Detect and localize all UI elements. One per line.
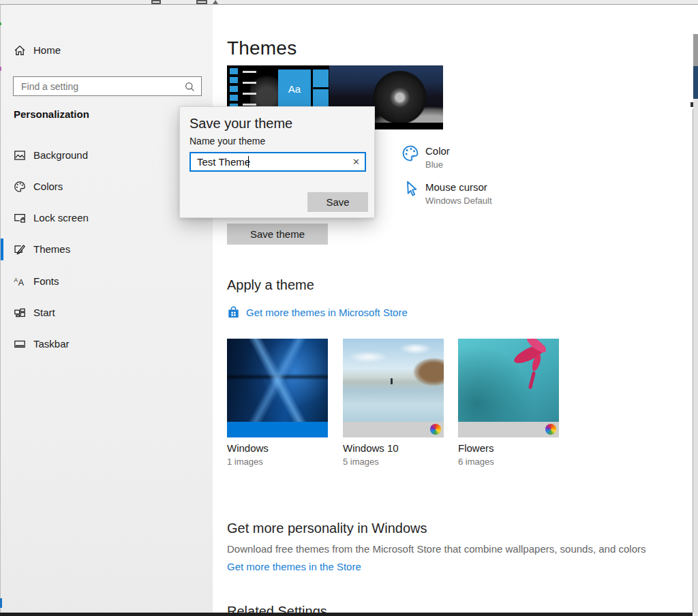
dialog-title: Save your theme bbox=[189, 116, 292, 132]
sidebar-item-label: Themes bbox=[33, 238, 70, 260]
sidebar-item-label: Colors bbox=[33, 176, 63, 198]
apply-theme-heading: Apply a theme bbox=[227, 277, 314, 293]
theme-thumbnail bbox=[343, 339, 444, 422]
color-palette-icon bbox=[401, 144, 419, 162]
sidebar-item-label: Start bbox=[33, 302, 55, 324]
theme-card-windows[interactable]: Windows 1 images bbox=[227, 339, 328, 467]
screen-edge-right bbox=[693, 34, 698, 66]
page-title: Themes bbox=[227, 37, 297, 59]
theme-image-count: 6 images bbox=[458, 457, 559, 467]
screen-edge-fragment bbox=[196, 0, 207, 4]
theme-name: Windows bbox=[227, 442, 328, 454]
screen-edge-fragment bbox=[151, 0, 161, 4]
sidebar-item-fonts[interactable]: AA Fonts bbox=[1, 271, 213, 292]
preview-tile bbox=[313, 89, 329, 108]
save-theme-dialog: Save your theme Name your theme ✕ Save bbox=[179, 106, 375, 218]
selected-item-indicator bbox=[1, 238, 3, 260]
screen-edge-bottom bbox=[0, 613, 693, 616]
scrollbar-track[interactable] bbox=[693, 99, 698, 616]
search-icon[interactable] bbox=[185, 82, 195, 92]
theme-card-strip bbox=[343, 422, 444, 437]
current-cursor-value: Windows Default bbox=[425, 196, 492, 206]
theme-image-count: 5 images bbox=[343, 457, 444, 467]
personality-heading: Get more personality in Windows bbox=[227, 521, 427, 536]
scrollbar-mark bbox=[691, 102, 693, 107]
taskbar-icon bbox=[14, 338, 26, 350]
sidebar-item-themes[interactable]: Themes bbox=[1, 238, 213, 260]
theme-image-count: 1 images bbox=[227, 457, 328, 467]
search-input[interactable] bbox=[14, 77, 201, 95]
start-icon bbox=[14, 307, 26, 319]
sidebar-item-taskbar[interactable]: Taskbar bbox=[1, 333, 213, 355]
screen-edge-fragment bbox=[0, 22, 1, 25]
get-more-themes-store-link[interactable]: Get more themes in Microsoft Store bbox=[227, 306, 408, 319]
theme-card-strip bbox=[227, 422, 328, 437]
theme-name-input[interactable] bbox=[191, 153, 365, 170]
screen-edge-top bbox=[0, 0, 698, 5]
svg-text:A: A bbox=[14, 277, 18, 283]
screen-edge-fragment bbox=[213, 0, 218, 4]
scrollbar[interactable] bbox=[693, 109, 693, 613]
screen-edge-fragment bbox=[0, 598, 2, 608]
current-color-value: Blue bbox=[425, 159, 443, 170]
sidebar-item-label: Home bbox=[33, 40, 61, 61]
lock-screen-icon bbox=[14, 212, 26, 224]
fonts-icon: AA bbox=[14, 275, 26, 288]
microsoft-store-icon bbox=[227, 306, 240, 319]
sidebar-item-home[interactable]: Home bbox=[1, 40, 213, 61]
preview-aa-tile: Aa bbox=[278, 70, 311, 108]
home-icon bbox=[14, 44, 26, 57]
sidebar-item-label: Fonts bbox=[33, 271, 59, 292]
personality-description: Download free themes from the Microsoft … bbox=[227, 543, 646, 555]
thumbnail-detail bbox=[391, 378, 393, 384]
clear-input-icon[interactable]: ✕ bbox=[352, 157, 360, 167]
sidebar-item-label: Lock screen bbox=[33, 207, 89, 229]
theme-thumbnail bbox=[458, 339, 559, 422]
colors-icon bbox=[14, 181, 26, 193]
screen-edge-fragment bbox=[0, 67, 1, 71]
get-more-themes-store-link-2[interactable]: Get more themes in the Store bbox=[227, 561, 361, 572]
theme-name-field: ✕ bbox=[189, 152, 366, 172]
sidebar-item-label: Background bbox=[33, 144, 88, 166]
theme-card-strip bbox=[458, 422, 559, 437]
save-theme-button[interactable]: Save theme bbox=[227, 224, 328, 245]
theme-card-windows-10[interactable]: Windows 10 5 images bbox=[343, 339, 444, 467]
background-icon bbox=[14, 149, 26, 161]
current-cursor-label: Mouse cursor bbox=[425, 181, 487, 193]
current-color-label: Color bbox=[425, 145, 450, 157]
mouse-cursor-icon bbox=[404, 180, 420, 199]
theme-thumbnail bbox=[227, 339, 328, 422]
preview-tile bbox=[313, 70, 329, 87]
theme-card-flowers[interactable]: Flowers 6 images bbox=[458, 339, 559, 467]
thumbnail-detail bbox=[528, 371, 536, 389]
sidebar-item-label: Taskbar bbox=[33, 333, 70, 355]
scrollbar-thumb[interactable] bbox=[693, 66, 698, 99]
search-box[interactable] bbox=[13, 76, 202, 96]
dialog-save-button[interactable]: Save bbox=[307, 192, 368, 212]
sidebar-section-heading: Personalization bbox=[14, 108, 89, 120]
text-caret bbox=[248, 156, 249, 168]
theme-name-field-label: Name your theme bbox=[189, 136, 265, 147]
store-link-label: Get more themes in Microsoft Store bbox=[246, 307, 408, 318]
settings-window: Settings — □ ✕ Home Personalization Back… bbox=[0, 0, 698, 616]
svg-text:A: A bbox=[18, 278, 25, 288]
screen-edge-right bbox=[693, 5, 698, 34]
theme-name: Flowers bbox=[458, 442, 559, 454]
theme-name: Windows 10 bbox=[343, 442, 444, 454]
color-wheel-icon bbox=[545, 424, 556, 435]
themes-icon bbox=[14, 243, 26, 256]
color-wheel-icon bbox=[430, 424, 441, 435]
sidebar: Home Personalization Background Colors bbox=[0, 5, 213, 616]
sidebar-item-start[interactable]: Start bbox=[1, 302, 213, 324]
